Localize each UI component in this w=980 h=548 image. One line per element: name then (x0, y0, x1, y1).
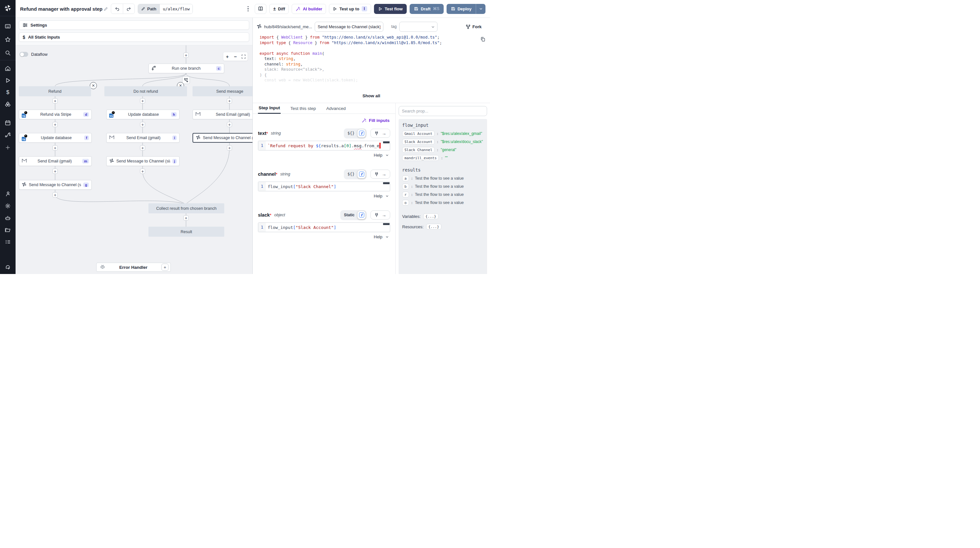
result-node[interactable]: Result (148, 227, 224, 237)
audit-list-icon[interactable] (0, 236, 16, 247)
connect-input-buttons[interactable]: → (371, 129, 390, 138)
favorites-star-icon[interactable] (0, 34, 16, 45)
resources-cubes-icon[interactable] (0, 99, 16, 110)
apps-icon[interactable] (0, 21, 16, 32)
javascript-mode-button[interactable]: f (358, 170, 366, 178)
flow-graph[interactable]: Dataflow + − + + + + + + + + (16, 45, 253, 274)
input-mode-toggle[interactable]: Static f (340, 210, 366, 220)
prop-row[interactable]: Slack Account: "$res:u/alex/docu_slack" (402, 139, 484, 145)
flow-node[interactable]: Send Email (gmail) (192, 110, 253, 119)
tab-advanced[interactable]: Advanced (326, 106, 347, 113)
all-static-inputs-button[interactable]: $ All Static Inputs (19, 32, 249, 42)
insert-step-button[interactable]: + (227, 145, 232, 150)
flow-node[interactable]: Send Message to Channel (slack) j (106, 156, 180, 166)
flow-node-selected[interactable]: Send Message to Channel (slack) (192, 133, 253, 143)
path-value[interactable]: u/alex/flow (159, 4, 192, 14)
insert-step-button[interactable]: + (140, 169, 145, 174)
text-input-editor[interactable]: 1 `Refund request by ${results.a[0].msg.… (258, 141, 390, 150)
tag-select[interactable] (399, 22, 438, 32)
test-up-to-button[interactable]: Test up to I (329, 4, 371, 14)
flow-node-branch-one[interactable]: Run one branch c (148, 64, 224, 73)
fit-view-button[interactable] (240, 52, 248, 61)
insert-step-button[interactable]: + (183, 53, 189, 58)
search-prop-input[interactable] (399, 106, 487, 116)
collect-result-node[interactable]: Collect result from chosen branch (148, 203, 224, 213)
javascript-mode-button[interactable]: f (358, 129, 366, 137)
flow-settings-button[interactable]: Settings (19, 21, 249, 30)
flow-title[interactable]: Refund manager with approval step (20, 6, 108, 12)
branch-header[interactable]: Send message (192, 86, 253, 96)
fork-button[interactable]: Fork (466, 24, 482, 29)
fill-inputs-button[interactable]: Fill inputs (362, 118, 390, 123)
deploy-options-button[interactable] (476, 4, 485, 14)
redo-button[interactable] (123, 4, 135, 14)
help-toggle[interactable]: Help (258, 232, 390, 239)
search-icon[interactable] (0, 47, 16, 58)
settings-gear-icon[interactable] (0, 201, 16, 211)
hub-script-path[interactable]: hub/849/slack/send_me... (257, 24, 312, 30)
windmill-logo[interactable] (0, 0, 16, 16)
variables-chip[interactable]: {...} (423, 213, 439, 219)
undo-button[interactable] (111, 4, 123, 14)
folders-icon[interactable] (0, 225, 16, 235)
runs-play-icon[interactable] (0, 75, 16, 86)
input-mode-toggle[interactable]: ${} f (344, 169, 366, 179)
slack-input-editor[interactable]: 1 flow_input["Slack Account"] (258, 223, 390, 232)
schedules-calendar-icon[interactable] (0, 117, 16, 128)
deploy-button[interactable]: Deploy (447, 4, 476, 14)
insert-step-button[interactable]: + (52, 98, 58, 104)
prop-row[interactable]: Slack Channel: "general" (402, 147, 484, 153)
branch-header[interactable]: Do not refund (104, 86, 187, 96)
flow-node[interactable]: Send Email (gmail) m (19, 156, 92, 166)
insert-step-button[interactable]: + (52, 192, 58, 198)
dataflow-toggle[interactable] (19, 52, 28, 57)
zoom-in-button[interactable]: + (223, 52, 231, 61)
add-error-handler-button[interactable]: + (161, 264, 169, 271)
editor-scrollbar[interactable] (383, 182, 390, 184)
copy-code-icon[interactable] (480, 37, 485, 43)
error-handler-node[interactable]: Error Handler + (96, 263, 171, 272)
insert-step-button[interactable]: + (52, 145, 58, 150)
result-row[interactable]: b: Test the flow to see a value (402, 183, 484, 190)
tab-test-this-step[interactable]: Test this step (290, 106, 317, 113)
branch-header[interactable]: Refund (19, 86, 91, 96)
tab-step-input[interactable]: Step Input (258, 105, 281, 114)
insert-step-button[interactable]: + (52, 122, 58, 127)
more-menu-button[interactable] (244, 4, 252, 14)
result-row[interactable]: a: Test the flow to see a value (402, 175, 484, 181)
resources-row[interactable]: Resources: {...} (402, 224, 484, 229)
help-toggle[interactable]: Help (258, 150, 390, 158)
prop-row[interactable]: Gmail Account: "$res:u/alex/alex_gmail" (402, 131, 484, 137)
input-mode-toggle[interactable]: ${} f (344, 128, 366, 139)
step-summary-input[interactable] (315, 22, 383, 32)
result-row[interactable]: o: Test the flow to see a value (402, 200, 484, 206)
insert-step-button[interactable]: + (227, 98, 232, 104)
prop-row[interactable]: mandrill_events: "" (402, 155, 484, 161)
editor-scrollbar[interactable] (383, 142, 390, 143)
result-row[interactable]: r: Test the flow to see a value (402, 192, 484, 198)
ai-builder-button[interactable]: AI builder (292, 4, 326, 14)
editor-scrollbar[interactable] (383, 223, 390, 225)
insert-step-button[interactable]: + (140, 98, 145, 104)
channel-input-editor[interactable]: 1 flow_input["Slack Channel"] (258, 182, 390, 191)
flow-node[interactable]: TS Update database h (106, 110, 180, 119)
flow-node[interactable]: TS Refund via Stripe d (19, 110, 92, 119)
user-icon[interactable] (0, 188, 16, 199)
add-plus-icon[interactable] (0, 142, 16, 153)
path-button[interactable]: Path (138, 4, 159, 14)
home-icon[interactable] (0, 63, 16, 73)
variables-row[interactable]: Variables: {...} (402, 213, 484, 219)
script-code-preview[interactable]: import { WebClient } from "https://deno.… (257, 33, 486, 92)
flow-node[interactable]: Send Email (gmail) i (106, 133, 180, 143)
zoom-out-button[interactable]: − (231, 52, 240, 61)
insert-step-button[interactable]: + (52, 169, 58, 174)
variables-dollar-icon[interactable]: $ (0, 87, 16, 97)
workers-robot-icon[interactable] (0, 212, 16, 223)
connect-input-buttons[interactable]: → (371, 210, 390, 220)
add-branch-button[interactable] (182, 76, 190, 84)
help-toggle[interactable]: Help (258, 191, 390, 198)
insert-step-button[interactable]: + (140, 122, 145, 127)
help-arrow-icon[interactable] (0, 261, 16, 272)
routes-flow-icon[interactable] (0, 129, 16, 140)
draft-button[interactable]: Draft ⌘S (410, 4, 443, 14)
